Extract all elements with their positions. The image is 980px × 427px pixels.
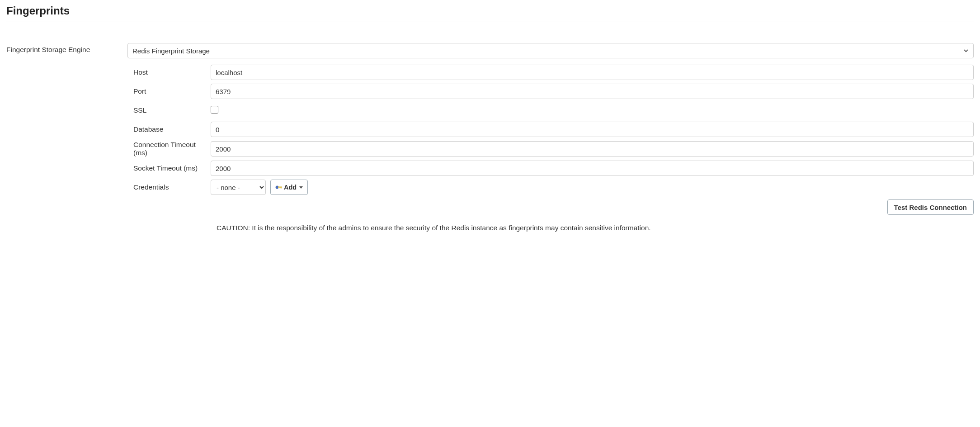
ssl-checkbox[interactable] [211, 106, 218, 114]
credentials-select[interactable]: - none - [211, 180, 266, 195]
add-credentials-button[interactable]: Add [270, 180, 308, 195]
chevron-down-icon [299, 186, 303, 189]
host-row: Host [133, 65, 974, 80]
engine-sub-fields: Host Port SSL Database [127, 58, 974, 233]
caution-text: CAUTION: It is the responsibility of the… [133, 223, 974, 233]
credentials-label: Credentials [133, 183, 211, 191]
section-title: Fingerprints [6, 5, 974, 22]
database-input[interactable] [211, 122, 974, 137]
database-row: Database [133, 122, 974, 137]
conn-timeout-row: Connection Timeout (ms) [133, 141, 974, 157]
svg-rect-3 [280, 188, 280, 188]
test-connection-button[interactable]: Test Redis Connection [887, 199, 974, 215]
engine-row: Fingerprint Storage Engine Redis Fingerp… [6, 43, 974, 233]
socket-timeout-input[interactable] [211, 161, 974, 176]
port-label: Port [133, 87, 211, 95]
svg-rect-2 [281, 188, 281, 189]
port-row: Port [133, 84, 974, 99]
host-label: Host [133, 68, 211, 76]
credentials-row: Credentials - none - Add [133, 180, 974, 195]
port-input[interactable] [211, 84, 974, 99]
database-label: Database [133, 125, 211, 133]
ssl-row: SSL [133, 103, 974, 118]
engine-select[interactable]: Redis Fingerprint Storage [127, 43, 974, 58]
host-input[interactable] [211, 65, 974, 80]
engine-label: Fingerprint Storage Engine [6, 43, 127, 54]
conn-timeout-label: Connection Timeout (ms) [133, 141, 211, 157]
key-icon [275, 185, 283, 190]
socket-timeout-row: Socket Timeout (ms) [133, 161, 974, 176]
add-label: Add [284, 184, 297, 191]
conn-timeout-input[interactable] [211, 141, 974, 157]
ssl-label: SSL [133, 106, 211, 114]
socket-timeout-label: Socket Timeout (ms) [133, 164, 211, 172]
action-row: Test Redis Connection [133, 199, 974, 215]
